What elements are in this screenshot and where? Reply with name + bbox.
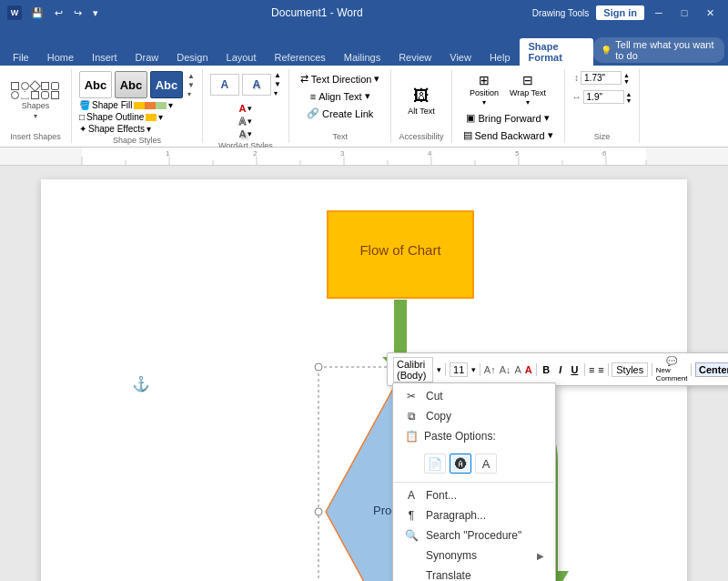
tab-mailings[interactable]: Mailings [335, 49, 389, 66]
anchor-icon-svg[interactable]: ⚓ [132, 375, 150, 392]
handle-tl[interactable] [315, 363, 322, 371]
tab-file[interactable]: File [4, 49, 38, 66]
shape-style-2[interactable]: Abc [115, 71, 147, 98]
size-height-input[interactable] [583, 90, 624, 104]
redo-button[interactable]: ↪ [70, 5, 86, 21]
wordart-a2[interactable]: A [242, 74, 271, 96]
text-direction-button[interactable]: ⇄ Text Direction ▾ [297, 71, 384, 87]
create-link-icon: 🔗 [307, 107, 319, 119]
wordart-expand[interactable]: ▾ [274, 89, 281, 97]
tab-shape-format[interactable]: Shape Format [520, 38, 594, 66]
position-button[interactable]: ⊞ Position ▾ [466, 71, 502, 108]
create-link-button[interactable]: 🔗 Create Link [303, 106, 377, 121]
ribbon-group-insert-shapes: Shapes ▾ Insert Shapes [0, 69, 72, 143]
text-group-label: Text [332, 130, 348, 141]
minimize-button[interactable]: ─ [648, 4, 670, 22]
tab-references[interactable]: References [266, 49, 335, 66]
mt-bullets-button[interactable]: ≡ [589, 364, 594, 375]
bring-forward-dropdown: ▾ [544, 112, 550, 124]
mt-font-name[interactable]: Calibri (Body) [393, 357, 433, 382]
height-spinner[interactable]: ▲ ▼ [626, 91, 632, 104]
shape-effects-button[interactable]: ✦ Shape Effects ▾ [79, 124, 173, 134]
handle-ml[interactable] [315, 508, 322, 515]
wordart-a1[interactable]: A [210, 74, 239, 96]
width-up-arrow[interactable]: ▲ [623, 72, 630, 78]
mt-separator-3 [536, 363, 537, 376]
tab-help[interactable]: Help [480, 49, 520, 66]
svg-text:3: 3 [340, 149, 345, 158]
wordart-outline-button[interactable]: A ▾ [238, 116, 252, 127]
tab-review[interactable]: Review [389, 49, 440, 66]
shape-outline-button[interactable]: □ Shape Outline ▾ [79, 112, 173, 122]
close-button[interactable]: ✕ [699, 4, 721, 22]
save-button[interactable]: 💾 [27, 5, 47, 21]
align-text-button[interactable]: ≡ Align Text ▾ [307, 88, 374, 104]
svg-text:2: 2 [253, 149, 258, 158]
mt-center-button[interactable]: Center [695, 362, 728, 377]
size-width-input[interactable] [581, 71, 622, 85]
tab-home[interactable]: Home [38, 49, 83, 66]
cm-translate[interactable]: Translate [393, 566, 555, 581]
mt-separator-1 [445, 363, 446, 376]
search-icon: 🔍 [404, 529, 419, 542]
shape-style-1[interactable]: Abc [79, 71, 112, 98]
wordart-effects-button[interactable]: A ▾ [238, 128, 252, 139]
mt-italic-button[interactable]: I [556, 363, 564, 376]
maximize-button[interactable]: □ [673, 4, 695, 22]
copy-icon: ⧉ [404, 410, 419, 423]
tab-insert[interactable]: Insert [83, 49, 126, 66]
paste-icon-text-only[interactable]: A [475, 454, 497, 474]
cm-search[interactable]: 🔍 Search "Procedure" [393, 525, 555, 545]
cm-font[interactable]: A Font... [393, 485, 555, 505]
customize-qa-button[interactable]: ▾ [89, 5, 102, 21]
style-scroll-arrows[interactable]: ▲ ▼ ▾ [187, 72, 195, 98]
mt-bold-button[interactable]: B [540, 363, 552, 376]
bring-forward-icon: ▣ [466, 112, 475, 124]
height-up-arrow[interactable]: ▲ [626, 91, 632, 97]
bring-forward-button[interactable]: ▣ Bring Forward ▾ [462, 110, 552, 126]
wordart-up[interactable]: ▲ [274, 71, 281, 79]
cm-synonyms[interactable]: Synonyms ▶ [393, 545, 555, 566]
paste-icon-keep-src[interactable]: 📄 [424, 454, 446, 474]
tab-layout[interactable]: Layout [217, 49, 266, 66]
undo-button[interactable]: ↩ [51, 5, 66, 21]
alt-text-button[interactable]: 🖼 Alt Text [404, 85, 438, 117]
tab-design[interactable]: Design [167, 49, 217, 66]
mt-styles-button[interactable]: Styles [612, 362, 648, 377]
outline-color-strip [146, 114, 157, 121]
align-dropdown: ▾ [365, 90, 370, 102]
mt-new-comment-button[interactable]: 💬 New Comment [656, 356, 688, 382]
style-down-arrow[interactable]: ▼ [187, 81, 195, 89]
wrap-text-button[interactable]: ⊟ Wrap Text ▾ [506, 71, 550, 108]
mt-increase-font[interactable]: A↑ [484, 364, 496, 375]
width-down-arrow[interactable]: ▼ [623, 78, 630, 85]
sign-in-button[interactable]: Sign in [596, 5, 644, 20]
shape-fill-button[interactable]: 🪣 Shape Fill ▾ [79, 100, 173, 110]
mt-size-dropdown[interactable]: ▾ [471, 365, 476, 374]
wordart-fill-button[interactable]: A ▾ [238, 103, 252, 114]
height-down-arrow[interactable]: ▼ [626, 97, 632, 104]
insert-shapes-button[interactable]: Shapes ▾ [7, 80, 64, 122]
cm-paragraph[interactable]: ¶ Paragraph... [393, 505, 555, 525]
mt-font-color-a[interactable]: A [525, 364, 532, 375]
send-backward-icon: ▤ [463, 129, 472, 141]
cm-cut[interactable]: ✂ Cut [393, 386, 555, 406]
mt-font-dropdown[interactable]: ▾ [437, 365, 441, 374]
tab-view[interactable]: View [440, 49, 480, 66]
tell-me-box[interactable]: 💡 Tell me what you want to do [593, 37, 724, 63]
shape-style-3[interactable]: Abc [150, 71, 183, 98]
cm-copy[interactable]: ⧉ Copy [393, 406, 555, 426]
wordart-scroll[interactable]: ▲ ▼ ▾ [274, 71, 281, 97]
style-expand-arrow[interactable]: ▾ [187, 90, 195, 98]
paste-icon-merge[interactable]: 🅐 [450, 454, 471, 474]
mt-font-size[interactable]: 11 [450, 362, 468, 377]
mt-clear-format[interactable]: A [515, 364, 521, 375]
width-spinner[interactable]: ▲ ▼ [623, 72, 630, 85]
wordart-down[interactable]: ▼ [274, 80, 281, 88]
tab-draw[interactable]: Draw [126, 49, 168, 66]
mt-decrease-font[interactable]: A↓ [500, 364, 511, 375]
mt-numbering-button[interactable]: ≡ [598, 364, 603, 375]
send-backward-button[interactable]: ▤ Send Backward ▾ [460, 127, 557, 143]
mt-underline-button[interactable]: U [568, 363, 581, 376]
style-up-arrow[interactable]: ▲ [187, 72, 195, 80]
